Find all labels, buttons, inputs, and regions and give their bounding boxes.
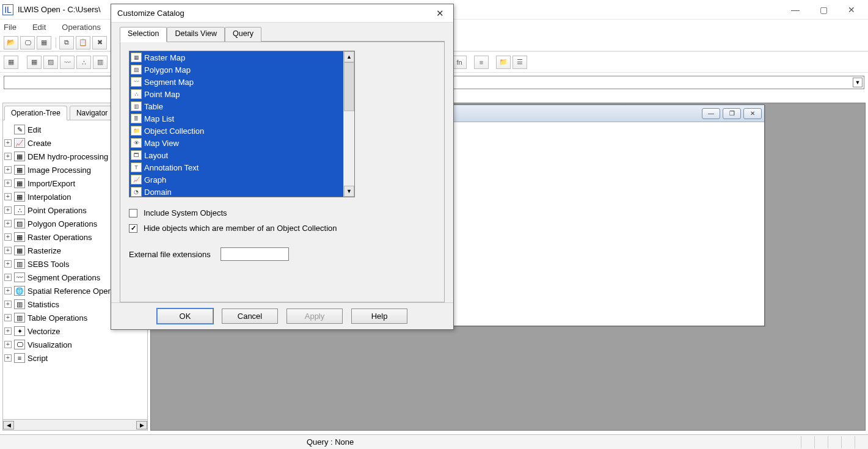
visualize-icon: 🖵 xyxy=(14,340,25,349)
list-item[interactable]: 👁Map View xyxy=(129,137,343,149)
window-maximize-button[interactable]: ▢ xyxy=(809,1,837,18)
maplist-icon: ≣ xyxy=(131,114,142,123)
menu-operations[interactable]: Operations xyxy=(62,23,101,32)
object-type-listbox[interactable]: ▦Raster Map ▨Polygon Map 〰Segment Map ⛬P… xyxy=(129,51,355,197)
ok-button[interactable]: OK xyxy=(157,308,213,324)
list-item[interactable]: 〰Segment Map xyxy=(129,76,343,88)
stats-icon: ▥ xyxy=(14,299,25,309)
tab-query[interactable]: Query xyxy=(225,27,261,42)
scroll-up-icon[interactable]: ▲ xyxy=(344,51,354,62)
left-panel-hscroll[interactable]: ◀ ▶ xyxy=(3,419,147,430)
list-item[interactable]: 📈Graph xyxy=(129,173,343,186)
scroll-thumb[interactable] xyxy=(344,62,354,111)
scroll-right-icon[interactable]: ▶ xyxy=(136,421,147,429)
expand-icon[interactable]: + xyxy=(4,354,12,362)
dialog-titlebar[interactable]: Customize Catalog ✕ xyxy=(111,4,453,23)
include-system-objects-label: Include System Objects xyxy=(144,208,227,217)
point-icon[interactable]: ⛬ xyxy=(76,56,91,69)
expand-icon[interactable]: + xyxy=(4,220,12,227)
tree-node[interactable]: +🖵Visualization xyxy=(4,338,146,351)
tab-operation-tree[interactable]: Operation-Tree xyxy=(4,106,67,120)
object-collection-icon: 📁 xyxy=(131,126,142,136)
table-icon[interactable]: ▥ xyxy=(93,56,108,69)
help-button[interactable]: Help xyxy=(351,308,407,324)
dialog-tabpage-selection: ▦Raster Map ▨Polygon Map 〰Segment Map ⛬P… xyxy=(120,42,445,302)
mdi-maximize-button[interactable]: ❐ xyxy=(723,108,741,119)
cancel-button[interactable]: Cancel xyxy=(222,308,278,324)
external-extensions-label: External file extensions xyxy=(129,250,221,259)
expand-icon[interactable]: + xyxy=(4,166,12,173)
window-icon[interactable]: 🖵 xyxy=(20,36,35,49)
scroll-down-icon[interactable]: ▼ xyxy=(344,186,354,197)
status-cell xyxy=(828,436,841,448)
list-icon[interactable]: ☰ xyxy=(512,56,527,69)
window-close-button[interactable]: ✕ xyxy=(837,1,866,18)
window-minimize-button[interactable]: — xyxy=(781,1,809,18)
expand-icon[interactable]: + xyxy=(4,153,12,160)
tab-selection[interactable]: Selection xyxy=(120,27,167,42)
expand-icon[interactable]: + xyxy=(4,193,12,200)
expand-icon[interactable]: + xyxy=(4,139,12,147)
tree-node[interactable]: +≡Script xyxy=(4,351,146,365)
list-item[interactable]: ▦Raster Map xyxy=(129,51,343,64)
folder-icon[interactable]: 📁 xyxy=(496,56,511,69)
dialog-button-row: OK Cancel Apply Help xyxy=(111,302,453,329)
import-icon: ▦ xyxy=(14,178,25,188)
expand-icon[interactable]: + xyxy=(4,206,12,214)
expand-icon[interactable]: + xyxy=(4,260,12,268)
expand-icon[interactable]: + xyxy=(4,341,12,348)
expand-icon[interactable]: + xyxy=(4,287,12,294)
edit-icon: ✎ xyxy=(14,125,25,134)
list-item[interactable]: 🗔Layout xyxy=(129,149,343,161)
menu-edit[interactable]: Edit xyxy=(32,23,46,32)
expand-icon[interactable]: + xyxy=(4,274,12,281)
list-item[interactable]: ▨Polygon Map xyxy=(129,64,343,76)
paste-icon[interactable]: 📋 xyxy=(76,36,90,49)
list-item[interactable]: ≣Map List xyxy=(129,112,343,125)
tab-details-view[interactable]: Details View xyxy=(167,27,225,42)
polygon-ops-icon: ▨ xyxy=(14,219,25,228)
layers-icon[interactable]: ▦ xyxy=(37,36,51,49)
expand-icon[interactable]: + xyxy=(4,327,12,335)
hide-objects-checkbox[interactable]: ✓ xyxy=(129,224,137,233)
image-proc-icon: ▦ xyxy=(14,165,25,175)
fn-icon[interactable]: fn xyxy=(452,56,467,69)
expand-icon[interactable]: + xyxy=(4,233,12,241)
dialog-close-button[interactable]: ✕ xyxy=(432,6,447,21)
delete-icon[interactable]: ✖ xyxy=(92,36,107,49)
external-extensions-row: External file extensions xyxy=(129,247,436,261)
copy-icon[interactable]: ⧉ xyxy=(59,36,74,49)
mdi-minimize-button[interactable]: — xyxy=(702,108,720,119)
script-icon: ≡ xyxy=(14,353,25,363)
expand-icon[interactable]: + xyxy=(4,180,12,187)
include-system-objects-checkbox[interactable] xyxy=(129,209,137,217)
raster-icon[interactable]: ▦ xyxy=(27,56,42,69)
menu-file[interactable]: File xyxy=(4,23,16,32)
list-item[interactable]: 📁Object Collection xyxy=(129,125,343,137)
expand-icon[interactable]: + xyxy=(4,314,12,321)
combo-dropdown-icon[interactable]: ▼ xyxy=(853,78,863,87)
status-cell xyxy=(855,436,868,448)
expand-icon[interactable]: + xyxy=(4,247,12,254)
mdi-close-button[interactable]: ✕ xyxy=(743,108,762,119)
details-icon[interactable]: ≡ xyxy=(474,56,489,69)
tool-icon[interactable]: ▦ xyxy=(4,56,18,69)
expand-icon[interactable]: + xyxy=(4,301,12,308)
apply-button[interactable]: Apply xyxy=(286,308,343,324)
polygon-icon[interactable]: ▨ xyxy=(43,56,58,69)
tab-navigator[interactable]: Navigator xyxy=(70,106,114,120)
list-item[interactable]: ◔Domain xyxy=(129,186,343,197)
spatial-ref-icon: 🌐 xyxy=(14,286,25,296)
polygon-map-icon: ▨ xyxy=(131,65,142,75)
external-extensions-input[interactable] xyxy=(221,247,289,261)
scroll-left-icon[interactable]: ◀ xyxy=(3,421,14,429)
segment-icon[interactable]: 〰 xyxy=(60,56,75,69)
status-cell xyxy=(801,436,814,448)
listbox-scrollbar[interactable]: ▲ ▼ xyxy=(343,51,354,197)
list-item[interactable]: ⛬Point Map xyxy=(129,88,343,100)
list-item[interactable]: ▥Table xyxy=(129,100,343,112)
list-item[interactable]: TAnnotation Text xyxy=(129,161,343,173)
open-icon[interactable]: 📂 xyxy=(4,36,18,49)
vectorize-icon: ✦ xyxy=(14,326,25,336)
segment-map-icon: 〰 xyxy=(131,77,142,87)
